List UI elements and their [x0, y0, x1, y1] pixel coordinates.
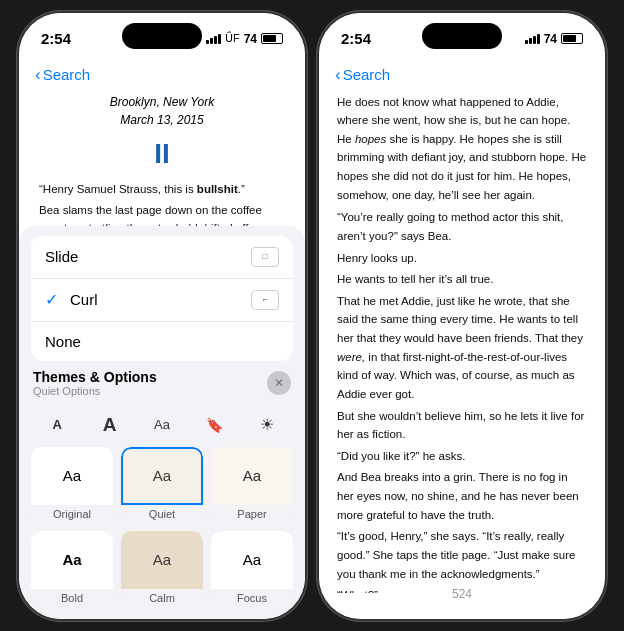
book-content-right: He does not know what happened to Addie,…: [319, 93, 605, 593]
curl-icon: ⌐: [251, 290, 279, 310]
theme-grid: Aa Original Aa Quiet Aa: [19, 447, 305, 619]
status-icons-right: 74: [525, 32, 583, 46]
themes-subtitle: Quiet Options: [33, 385, 157, 397]
theme-calm[interactable]: Aa Calm: [121, 531, 203, 607]
back-button-left[interactable]: ‹ Search: [35, 65, 90, 85]
none-label: None: [45, 333, 81, 350]
phones-container: 2:54 ǗF 74 ‹: [17, 11, 607, 621]
back-button-right[interactable]: ‹ Search: [335, 65, 390, 85]
theme-paper[interactable]: Aa Paper: [211, 447, 293, 523]
themes-header: Themes & Options Quiet Options ✕: [19, 361, 305, 403]
theme-focus-preview: Aa: [211, 531, 293, 589]
nav-bar-left: ‹ Search: [19, 57, 305, 93]
dynamic-island: [122, 23, 202, 49]
battery-icon-right: [561, 33, 583, 44]
slide-label: Slide: [45, 248, 78, 265]
time-right: 2:54: [341, 30, 371, 47]
signal-icon-right: [525, 33, 540, 44]
book-location: Brooklyn, New York March 13, 2015: [39, 93, 285, 129]
theme-original-label: Original: [31, 505, 113, 523]
theme-calm-label: Calm: [121, 589, 203, 607]
back-label-left: Search: [43, 66, 91, 83]
brightness-button[interactable]: ☀: [249, 409, 285, 441]
toolbar-row: A A Aa 🔖 ☀: [19, 403, 305, 447]
option-slide[interactable]: Slide □: [31, 236, 293, 279]
theme-quiet-preview: Aa: [121, 447, 203, 505]
option-curl[interactable]: ✓ Curl ⌐: [31, 279, 293, 322]
wifi-icon: ǗF: [225, 32, 240, 45]
page-number: 524: [319, 583, 605, 605]
slide-panel: Slide □ ✓ Curl ⌐ None: [19, 226, 305, 619]
theme-bold-label: Bold: [31, 589, 113, 607]
font-decrease-button[interactable]: A: [39, 409, 75, 441]
nav-bar-right: ‹ Search: [319, 57, 605, 93]
theme-focus-label: Focus: [211, 589, 293, 607]
status-icons-left: ǗF 74: [206, 32, 283, 46]
option-none[interactable]: None: [31, 322, 293, 361]
curl-label: Curl: [70, 291, 98, 308]
themes-title: Themes & Options: [33, 369, 157, 385]
transition-options: Slide □ ✓ Curl ⌐ None: [31, 236, 293, 361]
theme-focus[interactable]: Aa Focus: [211, 531, 293, 607]
theme-original-preview: Aa: [31, 447, 113, 505]
chapter-number: II: [39, 133, 285, 175]
theme-quiet[interactable]: Aa Quiet: [121, 447, 203, 523]
theme-original[interactable]: Aa Original: [31, 447, 113, 523]
back-label-right: Search: [343, 66, 391, 83]
theme-calm-preview: Aa: [121, 531, 203, 589]
close-button[interactable]: ✕: [267, 371, 291, 395]
battery-percentage-right: 74: [544, 32, 557, 46]
theme-bold-preview: Aa: [31, 531, 113, 589]
slide-icon: □: [251, 247, 279, 267]
checkmark-icon: ✓: [45, 290, 58, 309]
bookmark-button[interactable]: 🔖: [196, 409, 232, 441]
left-phone: 2:54 ǗF 74 ‹: [17, 11, 307, 621]
font-increase-button[interactable]: A: [92, 409, 128, 441]
theme-bold[interactable]: Aa Bold: [31, 531, 113, 607]
battery-percentage-left: 74: [244, 32, 257, 46]
font-style-button[interactable]: Aa: [144, 409, 180, 441]
theme-paper-preview: Aa: [211, 447, 293, 505]
battery-icon-left: [261, 33, 283, 44]
signal-icon: [206, 33, 221, 44]
theme-quiet-label: Quiet: [121, 505, 203, 523]
right-phone: 2:54 74 ‹ Sea: [317, 11, 607, 621]
dynamic-island-right: [422, 23, 502, 49]
time-left: 2:54: [41, 30, 71, 47]
theme-paper-label: Paper: [211, 505, 293, 523]
